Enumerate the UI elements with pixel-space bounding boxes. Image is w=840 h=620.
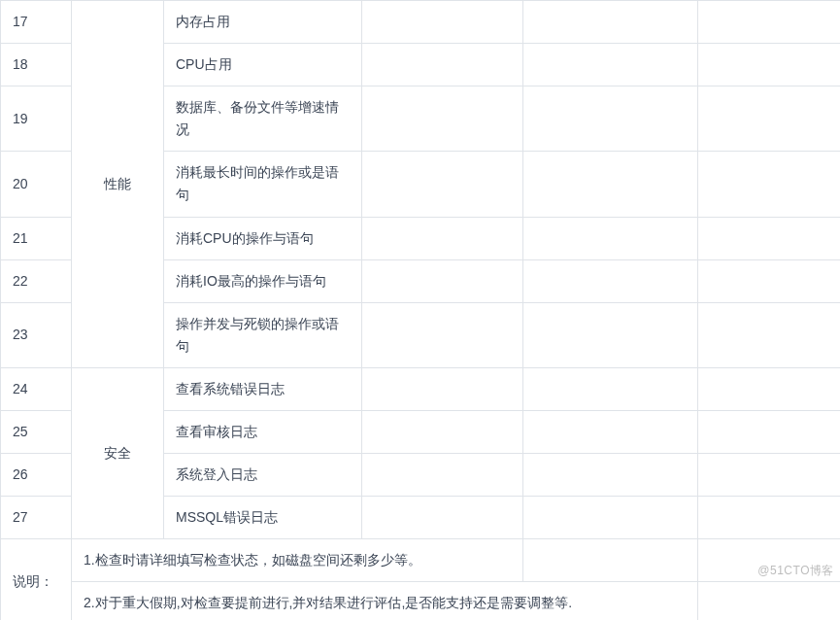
check-item: 消耗CPU的操作与语句 [164, 217, 362, 259]
notes-row: 说明： 1.检查时请详细填写检查状态，如磁盘空间还剩多少等。 [1, 539, 841, 582]
blank-cell [362, 497, 523, 539]
blank-cell [698, 411, 841, 454]
blank-cell [362, 259, 523, 302]
row-number: 19 [1, 86, 72, 152]
blank-cell [698, 582, 841, 620]
note-text-1: 1.检查时请详细填写检查状态，如磁盘空间还剩多少等。 [72, 539, 523, 582]
watermark: @51CTO博客 [757, 563, 834, 579]
blank-cell [362, 152, 523, 217]
blank-cell [523, 497, 698, 539]
row-number: 18 [1, 44, 72, 86]
blank-cell [698, 217, 841, 259]
blank-cell [698, 86, 841, 152]
blank-cell [523, 259, 698, 302]
category-security: 安全 [72, 367, 164, 538]
row-number: 26 [1, 454, 72, 497]
check-item: 内存占用 [164, 1, 362, 44]
check-item: 数据库、备份文件等增速情况 [164, 86, 362, 152]
blank-cell [698, 497, 841, 539]
blank-cell [362, 454, 523, 497]
row-number: 24 [1, 367, 72, 410]
blank-cell [523, 411, 698, 454]
check-item: 查看审核日志 [164, 411, 362, 454]
blank-cell [523, 44, 698, 86]
check-item: 操作并发与死锁的操作或语句 [164, 302, 362, 367]
row-number: 17 [1, 1, 72, 44]
blank-cell [523, 217, 698, 259]
blank-cell [362, 44, 523, 86]
blank-cell [362, 367, 523, 410]
row-number: 21 [1, 217, 72, 259]
blank-cell [698, 152, 841, 217]
blank-cell [698, 259, 841, 302]
table-row: 24 安全 查看系统错误日志 [1, 367, 841, 410]
note-text-2: 2.对于重大假期,对检查要提前进行,并对结果进行评估,是否能支持还是需要调整等. [72, 582, 698, 620]
blank-cell [523, 367, 698, 410]
row-number: 23 [1, 302, 72, 367]
table-row: 17 性能 内存占用 [1, 1, 841, 44]
blank-cell [362, 411, 523, 454]
blank-cell [523, 86, 698, 152]
blank-cell [362, 302, 523, 367]
blank-cell [698, 367, 841, 410]
blank-cell [523, 152, 698, 217]
row-number: 25 [1, 411, 72, 454]
check-item: 消耗IO最高的操作与语句 [164, 259, 362, 302]
check-item: 消耗最长时间的操作或是语句 [164, 152, 362, 217]
blank-cell [523, 454, 698, 497]
blank-cell [523, 1, 698, 44]
blank-cell [523, 539, 698, 582]
notes-label: 说明： [1, 539, 72, 620]
blank-cell [362, 1, 523, 44]
blank-cell [698, 302, 841, 367]
check-item: 查看系统错误日志 [164, 367, 362, 410]
blank-cell [698, 44, 841, 86]
category-performance: 性能 [72, 1, 164, 368]
blank-cell [362, 217, 523, 259]
blank-cell [698, 1, 841, 44]
check-item: MSSQL错误日志 [164, 497, 362, 539]
check-item: 系统登入日志 [164, 454, 362, 497]
check-item: CPU占用 [164, 44, 362, 86]
checklist-table: 17 性能 内存占用 18 CPU占用 19 数据库、备份文件等增速情况 20 … [0, 0, 840, 620]
row-number: 22 [1, 259, 72, 302]
blank-cell [362, 86, 523, 152]
blank-cell [523, 302, 698, 367]
row-number: 20 [1, 152, 72, 217]
notes-row: 2.对于重大假期,对检查要提前进行,并对结果进行评估,是否能支持还是需要调整等. [1, 582, 841, 620]
row-number: 27 [1, 497, 72, 539]
blank-cell [698, 454, 841, 497]
